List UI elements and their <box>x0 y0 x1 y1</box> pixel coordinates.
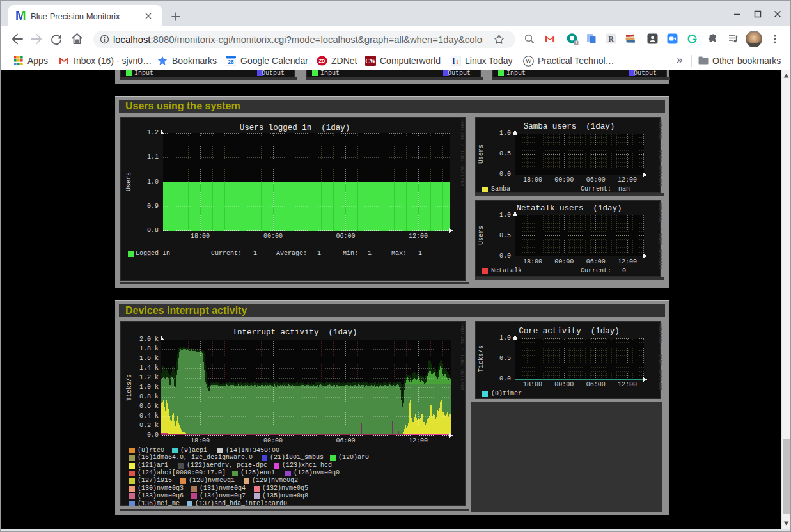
svg-text:CW: CW <box>365 58 376 65</box>
svg-text:ZD: ZD <box>319 58 326 64</box>
svg-text:R: R <box>608 35 614 43</box>
svg-text:W: W <box>526 58 532 65</box>
svg-text:?: ? <box>575 40 577 45</box>
svg-text:28: 28 <box>228 59 234 65</box>
